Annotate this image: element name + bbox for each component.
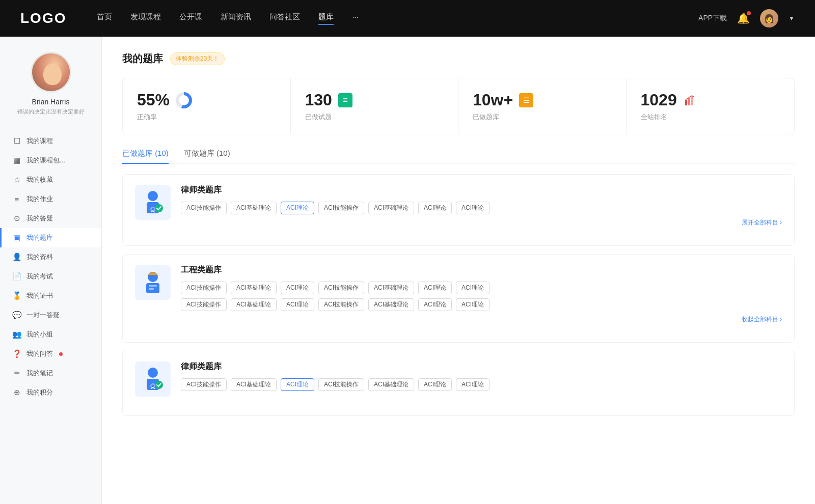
- qbank-title-2: 律师类题库: [181, 361, 782, 372]
- stat-done-banks: 10w+ ☰ 已做题库: [458, 78, 627, 134]
- tabs-row: 已做题库 (10) 可做题库 (10): [122, 149, 795, 164]
- eng-tag2-4[interactable]: ACI技能操作: [318, 298, 364, 311]
- sidebar-item-certificates[interactable]: 🏅 我的证书: [0, 286, 101, 305]
- eng-tag-1[interactable]: ACI技能操作: [181, 282, 227, 294]
- sidebar-item-qa[interactable]: ⊙ 我的答疑: [0, 209, 101, 228]
- sidebar-item-label: 我的笔记: [26, 369, 53, 378]
- notes-icon: ✏: [12, 369, 21, 378]
- sidebar-item-points[interactable]: ⊕ 我的积分: [0, 383, 101, 402]
- tag-3-1[interactable]: ACI技能操作: [181, 378, 227, 391]
- exams-icon: 📄: [12, 272, 21, 281]
- stat-accuracy-top: 55%: [137, 91, 276, 109]
- stat-accuracy: 55% 正确率: [123, 78, 291, 134]
- qa-icon: ⊙: [12, 214, 21, 223]
- sidebar-item-course-packages[interactable]: ▦ 我的课程包...: [0, 151, 101, 170]
- sidebar-item-groups[interactable]: 👥 我的小组: [0, 325, 101, 344]
- collapse-link-engineer[interactable]: 收起全部科目 ›: [181, 315, 782, 324]
- sidebar-item-label: 我的考试: [26, 272, 53, 281]
- sidebar-item-favorites[interactable]: ☆ 我的收藏: [0, 170, 101, 189]
- svg-point-12: [148, 368, 158, 378]
- main-content: 我的题库 体验剩余23天！ 55% 正确率 130 ≡ 已做试题: [102, 37, 815, 504]
- notification-bell[interactable]: 🔔: [737, 12, 750, 24]
- sidebar-item-profile-data[interactable]: 👤 我的资料: [0, 247, 101, 267]
- page-wrapper: Brian Harris 错误的决定比没有决定要好 ☐ 我的课程 ▦ 我的课程包…: [0, 37, 815, 504]
- qbank-tags-engineer-1: ACI技能操作 ACI基础理论 ACI理论 ACI技能操作 ACI基础理论 AC…: [181, 282, 782, 294]
- profile-name: Brian Harris: [32, 98, 70, 106]
- profile-data-icon: 👤: [12, 253, 21, 262]
- tag-3-5[interactable]: ACI基础理论: [368, 378, 414, 391]
- tag-1-3[interactable]: ACI理论: [281, 202, 314, 214]
- sidebar-item-notes[interactable]: ✏ 我的笔记: [0, 363, 101, 383]
- nav-news[interactable]: 新闻资讯: [221, 12, 251, 25]
- eng-tag-4[interactable]: ACI技能操作: [318, 282, 364, 294]
- tag-3-2[interactable]: ACI基础理论: [231, 378, 277, 391]
- tag-3-3[interactable]: ACI理论: [281, 378, 314, 391]
- sidebar-item-homework[interactable]: ≡ 我的作业: [0, 189, 101, 209]
- eng-tag2-6[interactable]: ACI理论: [418, 298, 452, 311]
- nav-courses[interactable]: 发现课程: [130, 12, 161, 25]
- stat-done-questions-value: 130: [305, 91, 332, 109]
- eng-tag2-5[interactable]: ACI基础理论: [368, 298, 414, 311]
- qbank-lawyer-icon-wrap-2: [135, 361, 171, 397]
- nav-qa[interactable]: 问答社区: [269, 12, 300, 25]
- sidebar-item-label: 我的作业: [26, 194, 53, 204]
- eng-tag2-1[interactable]: ACI技能操作: [181, 298, 227, 311]
- sidebar-item-1on1-qa[interactable]: 💬 一对一答疑: [0, 305, 101, 325]
- nav-more[interactable]: ···: [352, 12, 359, 25]
- nav-home[interactable]: 首页: [97, 12, 112, 25]
- 1on1-qa-icon: 💬: [12, 311, 21, 320]
- avatar[interactable]: 👩: [760, 9, 778, 27]
- notification-dot: [747, 11, 751, 15]
- tag-3-7[interactable]: ACI理论: [456, 378, 490, 391]
- sidebar-item-exams[interactable]: 📄 我的考试: [0, 267, 101, 286]
- sidebar-item-question-bank[interactable]: ▣ 我的题库: [0, 228, 101, 247]
- eng-tag-7[interactable]: ACI理论: [456, 282, 490, 294]
- eng-tag2-7[interactable]: ACI理论: [456, 298, 490, 311]
- tag-1-4[interactable]: ACI技能操作: [318, 202, 364, 214]
- done-questions-icon: ≡: [338, 93, 352, 107]
- svg-point-16: [155, 381, 163, 389]
- sidebar-item-label: 我的问答: [26, 349, 53, 358]
- tag-1-1[interactable]: ACI技能操作: [181, 202, 227, 214]
- nav-public[interactable]: 公开课: [179, 12, 202, 25]
- tag-1-7[interactable]: ACI理论: [456, 202, 490, 214]
- sidebar-item-label: 我的资料: [26, 253, 53, 262]
- tag-1-6[interactable]: ACI理论: [418, 202, 452, 214]
- tag-1-5[interactable]: ACI基础理论: [368, 202, 414, 214]
- eng-tag-3[interactable]: ACI理论: [281, 282, 314, 294]
- tab-done-banks[interactable]: 已做题库 (10): [122, 149, 169, 163]
- tag-1-2[interactable]: ACI基础理论: [231, 202, 277, 214]
- accuracy-donut-chart: [176, 92, 192, 108]
- tag-3-4[interactable]: ACI技能操作: [318, 378, 364, 391]
- eng-tag-5[interactable]: ACI基础理论: [368, 282, 414, 294]
- eng-tag-6[interactable]: ACI理论: [418, 282, 452, 294]
- page-title-row: 我的题库 体验剩余23天！: [122, 52, 795, 66]
- svg-point-15: [152, 385, 154, 387]
- app-download-button[interactable]: APP下载: [698, 14, 727, 23]
- stat-ranking-label: 全站排名: [641, 113, 780, 122]
- eng-tag2-2[interactable]: ACI基础理论: [231, 298, 277, 311]
- svg-rect-11: [149, 288, 154, 290]
- sidebar-item-my-courses[interactable]: ☐ 我的课程: [0, 131, 101, 151]
- profile-avatar: [31, 52, 71, 93]
- qbank-info-engineer: 工程类题库 ACI技能操作 ACI基础理论 ACI理论 ACI技能操作 ACI基…: [181, 265, 782, 324]
- stat-ranking: 1029 全站排名: [627, 78, 795, 134]
- tag-3-6[interactable]: ACI理论: [418, 378, 452, 391]
- avatar-dropdown-arrow[interactable]: ▼: [789, 15, 795, 22]
- expand-link-1[interactable]: 展开全部科目 ›: [181, 218, 782, 227]
- qbank-header-engineer: 工程类题库 ACI技能操作 ACI基础理论 ACI理论 ACI技能操作 ACI基…: [135, 265, 782, 324]
- profile-avatar-image: [32, 53, 70, 91]
- qbank-header-lawyer-2: 律师类题库 ACI技能操作 ACI基础理论 ACI理论 ACI技能操作 ACI基…: [135, 361, 782, 397]
- nav-questionbank[interactable]: 题库: [318, 12, 334, 25]
- stat-done-questions: 130 ≡ 已做试题: [291, 78, 459, 134]
- tab-available-banks[interactable]: 可做题库 (10): [184, 149, 230, 163]
- eng-tag-2[interactable]: ACI基础理论: [231, 282, 277, 294]
- questions-dot: [59, 352, 63, 356]
- homework-icon: ≡: [12, 195, 21, 204]
- qbank-card-lawyer-2: 律师类题库 ACI技能操作 ACI基础理论 ACI理论 ACI技能操作 ACI基…: [122, 351, 795, 416]
- sidebar-item-questions[interactable]: ❓ 我的问答: [0, 344, 101, 363]
- sidebar-menu: ☐ 我的课程 ▦ 我的课程包... ☆ 我的收藏 ≡ 我的作业 ⊙ 我的答疑 ▣…: [0, 131, 101, 402]
- qbank-engineer-icon-wrap: [135, 265, 171, 300]
- question-bank-icon: ▣: [12, 233, 21, 242]
- eng-tag2-3[interactable]: ACI理论: [281, 298, 314, 311]
